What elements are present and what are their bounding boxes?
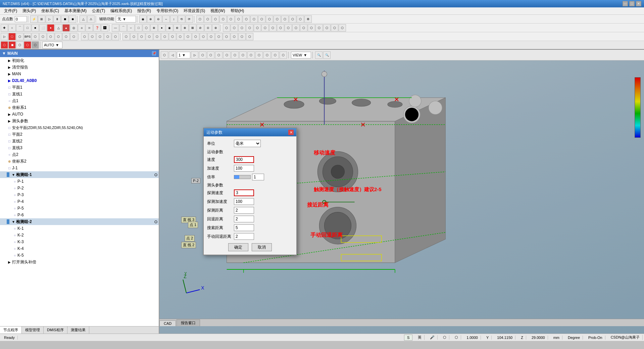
tb3-btn-18[interactable]: ⬡	[138, 33, 145, 40]
tb3-btn-12[interactable]: ⬡	[89, 33, 96, 40]
tb-btn-7[interactable]: △	[80, 15, 87, 23]
tb3-btn-3[interactable]: ⬡	[16, 33, 23, 40]
vp-btn-6[interactable]: ⬡	[223, 51, 231, 59]
tb2-btn-32[interactable]: ⬡	[246, 24, 253, 32]
speed-input[interactable]	[234, 156, 254, 163]
tree-item-man[interactable]: ▶ MAN	[0, 71, 159, 77]
tab-dmis-program[interactable]: DMIS程序	[44, 326, 67, 334]
tree-item-probe-params[interactable]: ▶ 测头参数	[0, 118, 159, 124]
tb2-btn-13[interactable]: ❓	[93, 24, 101, 32]
tb3-btn-23[interactable]: ⬡	[177, 33, 184, 40]
tb-btn-30[interactable]: ⚙	[304, 15, 312, 23]
menu-special[interactable]: 专用软件(O)	[154, 7, 181, 14]
tb-btn-17[interactable]: ⬡	[204, 15, 211, 23]
menu-view[interactable]: 视图(W)	[208, 7, 228, 14]
manual-retract-input[interactable]	[234, 233, 254, 240]
tb3-btn-10[interactable]: ⬡	[70, 33, 78, 40]
tree-item-clear[interactable]: ▶ 清空报告	[0, 64, 159, 71]
tree-item-plane2[interactable]: □ 平面2	[0, 131, 159, 138]
tree-item-coords1[interactable]: ⊕ 坐标系1	[0, 104, 159, 111]
tb-btn-18[interactable]: ⬡	[212, 15, 219, 23]
tb2-btn-37[interactable]: ⬡	[285, 24, 292, 32]
tb2-btn-14[interactable]: 🅰	[101, 24, 108, 32]
tb3-btn-29[interactable]: ⬡	[223, 33, 230, 40]
ok-button[interactable]: 确定	[228, 243, 248, 251]
tb3-btn-32[interactable]: ⬡	[246, 33, 253, 40]
menu-help[interactable]: 帮助(H)	[228, 7, 247, 14]
tree-item-k3[interactable]: ○ K-3	[0, 238, 159, 245]
probe-speed-input[interactable]	[234, 189, 254, 196]
maximize-button[interactable]: □	[629, 1, 635, 6]
tb3-btn-4[interactable]: BPS	[24, 33, 31, 40]
point-count-input[interactable]	[15, 16, 27, 22]
tree-item-safe-plane[interactable]: □ 安全平面(ZDIR,55.5240,ZDIR,55.5240,ON)	[0, 124, 159, 131]
tree-item-k1[interactable]: ○ K-1	[0, 225, 159, 232]
tb3-btn-25[interactable]: ⬡	[192, 33, 199, 40]
vp-page-dropdown[interactable]: 1 ▼	[177, 52, 190, 58]
tb-btn-3[interactable]: ▷	[46, 15, 53, 23]
tb2-btn-25[interactable]: ⊠	[189, 24, 196, 32]
tb-btn-26[interactable]: ⬡	[274, 15, 281, 23]
menu-coords[interactable]: 坐标系(C)	[39, 7, 62, 14]
tb-btn-29[interactable]: ⬡	[297, 15, 304, 23]
tb3-btn-24[interactable]: ⬡	[184, 33, 192, 40]
tb3-btn-21[interactable]: ⬡	[161, 33, 168, 40]
dialog-close-button[interactable]: ✕	[288, 130, 294, 135]
vp-btn-13[interactable]: ⬡	[280, 51, 287, 59]
tb2-btn-22[interactable]: ◉	[166, 24, 173, 32]
tb3-btn-13[interactable]: ⬡	[96, 33, 104, 40]
tb3-btn-14[interactable]: ⬡	[104, 33, 111, 40]
menu-report[interactable]: 报告(R)	[135, 7, 154, 14]
tree-item-p6[interactable]: ○ P-6	[0, 212, 159, 218]
vp-btn-9[interactable]: ⬡	[247, 51, 255, 59]
tb-btn-8[interactable]: ⚠	[87, 15, 95, 23]
tree-item-plane1[interactable]: □ 平面1	[0, 84, 159, 91]
tb-btn-22[interactable]: ⬡	[243, 15, 250, 23]
tb-btn-27[interactable]: ⬡	[281, 15, 289, 23]
tb-btn-10[interactable]: ⊕	[147, 15, 154, 23]
tab-node-program[interactable]: 节点程序	[0, 326, 22, 334]
tree-item-p4[interactable]: ○ P-4	[0, 198, 159, 205]
tb2-btn-1[interactable]: ✚	[1, 24, 8, 32]
tb-btn-21[interactable]: ⬡	[235, 15, 242, 23]
menu-file[interactable]: 文件(F)	[1, 7, 20, 14]
vp-btn-next[interactable]: ▷	[191, 51, 198, 59]
tree-item-init[interactable]: ▶ 初始化	[0, 57, 159, 64]
tb3-btn-30[interactable]: ⬡	[231, 33, 238, 40]
tb2-btn-28[interactable]: ⊚	[212, 24, 219, 32]
vp-btn-3[interactable]: ⬡	[199, 51, 206, 59]
tb3-btn-7[interactable]: ⬡	[47, 33, 54, 40]
tb2-btn-44[interactable]: ⬡	[339, 24, 346, 32]
tree-item-j1[interactable]: □ J-1	[0, 165, 159, 171]
tb3-btn-26[interactable]: ⬡	[200, 33, 207, 40]
tb3-btn-11[interactable]: ⬡	[81, 33, 88, 40]
tb-btn-28[interactable]: ⬡	[289, 15, 296, 23]
tb2-btn-10[interactable]: ◎	[70, 24, 78, 32]
exec-btn-4[interactable]: ⬡	[24, 41, 31, 49]
tree-item-p1[interactable]: ○ P-1	[0, 178, 159, 185]
tb-btn-9[interactable]: ◉	[139, 15, 147, 23]
panel-pin-button[interactable]: 📌	[151, 51, 157, 56]
tb2-btn-29[interactable]: ⬡	[223, 24, 230, 32]
vp-btn-10[interactable]: ⬡	[255, 51, 263, 59]
tb2-btn-9[interactable]: ▲	[62, 24, 70, 32]
tree-item-point2[interactable]: ○ 点2	[0, 151, 159, 158]
vp-btn-7[interactable]: ⬡	[231, 51, 239, 59]
tb-btn-13[interactable]: ↕	[170, 15, 178, 23]
tb2-btn-8[interactable]: △	[55, 24, 62, 32]
vp-btn-5[interactable]: ⬡	[215, 51, 222, 59]
vp-btn-11[interactable]: ⬡	[263, 51, 271, 59]
tb2-btn-16[interactable]: ⌒	[119, 24, 127, 32]
tb-btn-25[interactable]: ⬡	[266, 15, 273, 23]
tb2-btn-33[interactable]: ⬡	[254, 24, 261, 32]
tb2-btn-36[interactable]: ⬡	[277, 24, 284, 32]
menu-program[interactable]: 编程系统(E)	[108, 7, 135, 14]
vp-btn-12[interactable]: ⬡	[271, 51, 279, 59]
tb2-btn-12[interactable]: ⊃	[86, 24, 93, 32]
tb3-btn-5[interactable]: ⬡	[32, 33, 39, 40]
tb2-btn-21[interactable]: ●	[158, 24, 165, 32]
tab-measure-results[interactable]: 测量结果	[67, 326, 89, 334]
tb2-btn-40[interactable]: ⬡	[308, 24, 315, 32]
tree-item-d2l40[interactable]: ▶ D2L40_A0B0	[0, 77, 159, 84]
tree-item-open-probe[interactable]: ▶ 打开测头补偿	[0, 259, 159, 265]
